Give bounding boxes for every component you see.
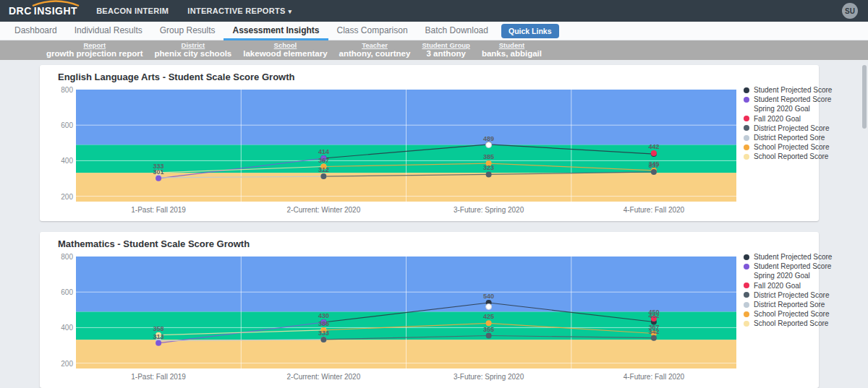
data-point-label: 489 bbox=[483, 135, 494, 142]
data-point-label: 358 bbox=[153, 325, 164, 332]
data-point[interactable] bbox=[651, 150, 657, 156]
data-point[interactable] bbox=[651, 169, 657, 175]
legend-label: Student Reported Score bbox=[754, 262, 831, 270]
data-point[interactable] bbox=[486, 142, 492, 148]
legend-dot-icon bbox=[744, 283, 749, 288]
context-label-link[interactable]: Teacher bbox=[362, 42, 388, 49]
data-point[interactable] bbox=[156, 340, 161, 346]
tab-class-comparison[interactable]: Class Comparison bbox=[328, 22, 417, 40]
report-context-bar: Reportgrowth projection reportDistrictph… bbox=[0, 40, 868, 60]
legend-dot-icon bbox=[744, 125, 749, 131]
x-tick-label: 4-Future: Fall 2020 bbox=[624, 373, 685, 381]
context-report: Reportgrowth projection report bbox=[46, 42, 143, 59]
user-avatar[interactable]: SU bbox=[842, 3, 858, 19]
legend-dot-icon bbox=[744, 302, 749, 308]
drc-insight-logo[interactable]: DRC INSIGHT bbox=[9, 4, 77, 17]
tab-batch-download[interactable]: Batch Download bbox=[417, 22, 497, 40]
legend-label: District Reported Sore bbox=[754, 301, 825, 309]
data-point[interactable] bbox=[486, 171, 492, 177]
data-point[interactable] bbox=[156, 176, 161, 181]
legend-item-school-reported-score[interactable]: School Reported Score bbox=[744, 152, 859, 161]
context-label-link[interactable]: Student bbox=[499, 42, 524, 49]
legend-item-student-projected-score[interactable]: Student Projected Score bbox=[744, 85, 859, 95]
legend-dot-icon bbox=[744, 87, 749, 93]
chart-legend: Student Projected ScoreStudent Reported … bbox=[744, 252, 859, 329]
context-value: banks, abbigail bbox=[482, 49, 542, 59]
legend-item-student-reported-score[interactable]: Student Reported Score bbox=[744, 95, 859, 104]
report-tab-bar: DashboardIndividual ResultsGroup Results… bbox=[0, 22, 868, 40]
legend-label: School Projected Score bbox=[754, 143, 830, 151]
logo-drc-text: DRC bbox=[9, 5, 32, 17]
legend-item-fall-2020-goal[interactable]: Fall 2020 Goal bbox=[744, 114, 859, 124]
data-point[interactable] bbox=[320, 337, 326, 342]
y-axis-ticks: 200400600800 bbox=[50, 90, 73, 202]
x-tick-label: 1-Past: Fall 2019 bbox=[131, 206, 186, 214]
scrollbar-thumb[interactable] bbox=[862, 65, 867, 129]
legend-label: School Projected Score bbox=[754, 310, 830, 318]
data-point-label: 385 bbox=[483, 153, 494, 160]
x-tick-label: 2-Current: Winter 2020 bbox=[287, 206, 361, 214]
legend-item-school-projected-score[interactable]: School Projected Score bbox=[744, 309, 859, 319]
legend-item-district-projected-score[interactable]: District Projected Score bbox=[744, 290, 859, 300]
legend-item-student-reported-score[interactable]: Student Reported Score bbox=[744, 262, 859, 271]
chart-legend: Student Projected ScoreStudent Reported … bbox=[744, 85, 859, 162]
data-point-label: 430 bbox=[318, 312, 329, 319]
legend-item-school-projected-score[interactable]: School Projected Score bbox=[744, 142, 859, 152]
legend-label: Spring 2020 Goal bbox=[754, 272, 810, 280]
legend-item-fall-2020-goal[interactable]: Fall 2020 Goal bbox=[744, 281, 859, 290]
data-point[interactable] bbox=[320, 173, 326, 179]
data-point-label: 333 bbox=[318, 329, 329, 337]
legend-dot-icon bbox=[744, 273, 749, 279]
legend-dot-icon bbox=[744, 145, 749, 150]
data-point-label: 323 bbox=[483, 164, 494, 171]
vertical-scrollbar[interactable] bbox=[862, 23, 867, 384]
chart-card: English Language Arts - Student Scale Sc… bbox=[40, 65, 819, 221]
data-point-label: 386 bbox=[318, 320, 329, 327]
legend-label: Fall 2020 Goal bbox=[754, 115, 801, 123]
legend-item-district-projected-score[interactable]: District Projected Score bbox=[744, 124, 859, 133]
charts-area: English Language Arts - Student Scale Sc… bbox=[0, 60, 868, 388]
x-tick-label: 3-Future: Spring 2020 bbox=[454, 206, 524, 214]
tab-individual-results[interactable]: Individual Results bbox=[66, 22, 151, 40]
data-point-label: 414 bbox=[318, 148, 329, 155]
x-axis-labels: 1-Past: Fall 20192-Current: Winter 20203… bbox=[76, 373, 736, 383]
tab-assessment-insights[interactable]: Assessment Insights bbox=[224, 22, 328, 40]
y-tick-label: 200 bbox=[50, 193, 73, 201]
tab-group-results[interactable]: Group Results bbox=[151, 22, 224, 40]
x-tick-label: 1-Past: Fall 2019 bbox=[131, 373, 186, 381]
interactive-reports-menu[interactable]: INTERACTIVE REPORTS▾ bbox=[187, 7, 292, 15]
legend-item-school-reported-score[interactable]: School Reported Score bbox=[744, 319, 859, 328]
legend-label: District Reported Sore bbox=[754, 134, 825, 142]
data-point-label: 540 bbox=[483, 293, 494, 300]
legend-item-district-reported-sore[interactable]: District Reported Sore bbox=[744, 300, 859, 309]
tab-dashboard[interactable]: Dashboard bbox=[6, 22, 66, 40]
legend-item-district-reported-sore[interactable]: District Reported Sore bbox=[744, 133, 859, 142]
data-point[interactable] bbox=[486, 303, 492, 309]
quick-links-button[interactable]: Quick Links bbox=[501, 24, 559, 38]
y-tick-label: 600 bbox=[50, 121, 73, 129]
data-point[interactable] bbox=[651, 335, 657, 341]
legend-label: Student Reported Score bbox=[754, 95, 831, 103]
context-label-link[interactable]: Student Group bbox=[422, 42, 470, 49]
context-label-link[interactable]: Report bbox=[83, 42, 106, 49]
context-label-link[interactable]: School bbox=[274, 42, 297, 49]
context-label-link[interactable]: District bbox=[182, 42, 205, 49]
logo-swoosh-icon bbox=[31, 0, 80, 7]
legend-item-spring-2020-goal[interactable]: Spring 2020 Goal bbox=[744, 271, 859, 280]
context-value: lakewood elementary bbox=[243, 49, 327, 59]
data-point-label: 345 bbox=[648, 160, 659, 168]
chart-card: Mathematics - Student Scale Score Growth… bbox=[40, 232, 819, 388]
context-teacher: Teacheranthony, courtney bbox=[339, 42, 411, 59]
context-value: anthony, courtney bbox=[339, 49, 411, 59]
y-axis-ticks: 200400600800 bbox=[50, 256, 73, 368]
context-school: Schoollakewood elementary bbox=[243, 42, 327, 59]
legend-item-student-projected-score[interactable]: Student Projected Score bbox=[744, 252, 859, 262]
y-tick-label: 200 bbox=[50, 360, 73, 368]
legend-item-spring-2020-goal[interactable]: Spring 2020 Goal bbox=[744, 104, 859, 113]
chart-plot-area[interactable]: 301414489442323337312367385345333 bbox=[76, 90, 736, 202]
data-point[interactable] bbox=[486, 333, 492, 339]
logo-insight-text: INSIGHT bbox=[34, 5, 77, 17]
y-tick-label: 800 bbox=[50, 86, 73, 94]
x-tick-label: 4-Future: Fall 2020 bbox=[624, 206, 685, 214]
chart-plot-area[interactable]: 540432313430450355342333386425367358 bbox=[76, 256, 736, 368]
